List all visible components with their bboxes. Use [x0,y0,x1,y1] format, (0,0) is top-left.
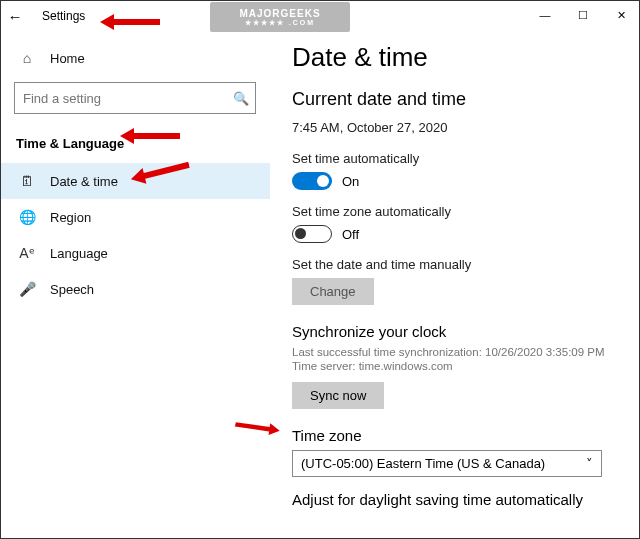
auto-time-label: Set time automatically [292,151,618,166]
section-current-date-time: Current date and time [292,89,618,110]
watermark: MAJORGEEKS ★★★★★ .COM [210,2,350,32]
timezone-value: (UTC-05:00) Eastern Time (US & Canada) [301,456,545,471]
home-icon: ⌂ [18,50,36,66]
tz-heading: Time zone [292,427,618,444]
minimize-button[interactable]: — [526,0,564,30]
globe-icon: 🌐 [18,209,36,225]
auto-time-toggle[interactable] [292,172,332,190]
search-box[interactable]: 🔍 [14,82,256,114]
sidebar-item-label: Speech [50,282,94,297]
close-button[interactable]: ✕ [602,0,640,30]
sidebar-item-language[interactable]: Aᵉ Language [0,235,270,271]
change-button[interactable]: Change [292,278,374,305]
sidebar-item-label: Date & time [50,174,118,189]
auto-tz-state: Off [342,227,359,242]
sync-now-button[interactable]: Sync now [292,382,384,409]
auto-time-state: On [342,174,359,189]
sync-last: Last successful time synchronization: 10… [292,346,618,358]
category-title: Time & Language [0,126,270,163]
chevron-down-icon: ˅ [586,456,593,471]
sidebar-item-speech[interactable]: 🎤 Speech [0,271,270,307]
calendar-icon: 🗓 [18,173,36,189]
home-label: Home [50,51,85,66]
auto-tz-toggle[interactable] [292,225,332,243]
current-datetime-value: 7:45 AM, October 27, 2020 [292,120,618,135]
manual-set-label: Set the date and time manually [292,257,618,272]
page-title: Date & time [292,42,618,73]
sync-heading: Synchronize your clock [292,323,618,340]
mic-icon: 🎤 [18,281,36,297]
language-icon: Aᵉ [18,245,36,261]
search-input[interactable] [15,91,227,106]
content-pane: Date & time Current date and time 7:45 A… [270,32,640,539]
search-icon: 🔍 [227,91,255,106]
sidebar-item-region[interactable]: 🌐 Region [0,199,270,235]
sync-server: Time server: time.windows.com [292,360,618,372]
window-title: Settings [42,9,85,23]
timezone-dropdown[interactable]: (UTC-05:00) Eastern Time (US & Canada) ˅ [292,450,602,477]
sidebar-item-date-time[interactable]: 🗓 Date & time [0,163,270,199]
sidebar-item-label: Language [50,246,108,261]
auto-tz-label: Set time zone automatically [292,204,618,219]
home-nav[interactable]: ⌂ Home [0,40,270,76]
dst-heading: Adjust for daylight saving time automati… [292,491,618,508]
sidebar-item-label: Region [50,210,91,225]
maximize-button[interactable]: ☐ [564,0,602,30]
sidebar: ⌂ Home 🔍 Time & Language 🗓 Date & time 🌐… [0,32,270,539]
back-button[interactable]: ← [0,8,30,25]
